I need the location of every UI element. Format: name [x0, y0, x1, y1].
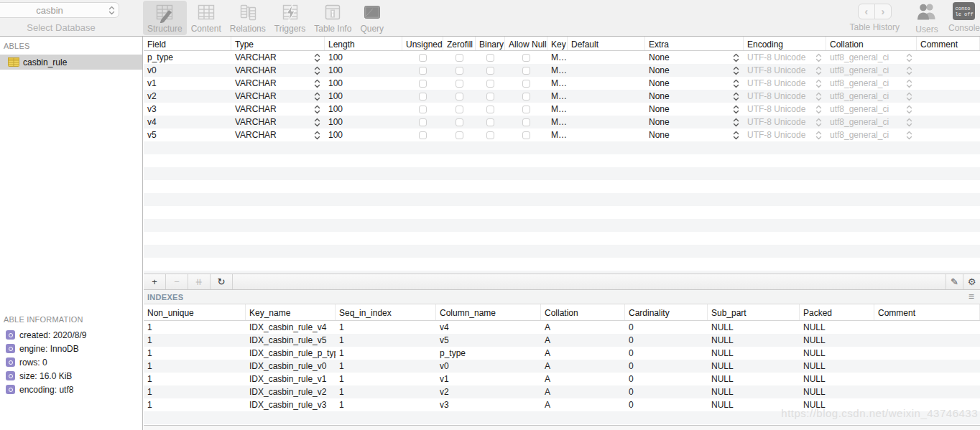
refresh-button[interactable]: ↻ [211, 274, 233, 289]
tab-content[interactable]: Content [187, 1, 226, 35]
field-default-cell[interactable] [568, 128, 645, 141]
field-binary-cell[interactable] [476, 128, 505, 141]
history-forward-button[interactable]: › [875, 4, 891, 19]
field-collation-cell[interactable]: utf8_general_ci [826, 128, 917, 141]
field-comment-cell[interactable] [917, 116, 980, 128]
field-row-v4[interactable]: v4VARCHAR100M…NoneUTF-8 Unicodeutf8_gene… [144, 116, 980, 128]
indexes-col-packed[interactable]: Packed [800, 304, 874, 320]
field-encoding-cell[interactable]: UTF-8 Unicode [744, 64, 826, 77]
field-length-cell[interactable]: 100 [325, 103, 402, 116]
fields-col-default[interactable]: Default [568, 37, 645, 50]
field-allow_null-cell[interactable] [505, 90, 547, 103]
field-collation-cell[interactable]: utf8_general_ci [826, 77, 917, 90]
field-extra-cell[interactable]: None [645, 103, 744, 116]
field-name-cell[interactable]: v2 [144, 90, 231, 103]
field-unsigned-cell[interactable] [402, 90, 443, 103]
field-allow_null-cell[interactable] [505, 51, 547, 64]
database-select[interactable]: casbin [0, 2, 119, 18]
field-encoding-cell[interactable]: UTF-8 Unicode [744, 90, 826, 103]
checkbox[interactable] [456, 93, 463, 101]
field-encoding-cell[interactable]: UTF-8 Unicode [744, 51, 826, 64]
field-extra-cell[interactable]: None [645, 116, 744, 128]
tab-query[interactable]: Query [356, 1, 388, 35]
checkbox[interactable] [486, 118, 494, 126]
checkbox[interactable] [522, 131, 530, 139]
tab-relations[interactable]: Relations [226, 1, 270, 35]
field-collation-cell[interactable]: utf8_general_ci [826, 51, 917, 64]
field-extra-cell[interactable]: None [645, 128, 744, 141]
checkbox[interactable] [486, 80, 494, 88]
checkbox[interactable] [456, 118, 463, 126]
field-row-v1[interactable]: v1VARCHAR100M…NoneUTF-8 Unicodeutf8_gene… [144, 77, 980, 90]
field-allow_null-cell[interactable] [505, 77, 547, 90]
remove-field-button[interactable]: − [166, 274, 188, 289]
field-default-cell[interactable] [568, 116, 645, 128]
checkbox[interactable] [486, 67, 494, 75]
index-row-IDX_casbin_rule_v4[interactable]: 1IDX_casbin_rule_v41v4A0NULLNULL [144, 321, 980, 334]
fields-col-unsigned[interactable]: Unsigned [402, 37, 443, 50]
tab-table-info[interactable]: Table Info [310, 1, 356, 35]
checkbox[interactable] [486, 131, 494, 139]
field-type-cell[interactable]: VARCHAR [231, 51, 325, 64]
tab-triggers[interactable]: Triggers [270, 1, 310, 35]
checkbox[interactable] [456, 131, 463, 139]
field-unsigned-cell[interactable] [402, 128, 443, 141]
fields-col-key[interactable]: Key [547, 37, 568, 50]
field-zerofill-cell[interactable] [443, 77, 476, 90]
field-unsigned-cell[interactable] [402, 64, 443, 77]
field-type-cell[interactable]: VARCHAR [231, 64, 325, 77]
field-zerofill-cell[interactable] [443, 64, 476, 77]
add-field-button[interactable]: + [144, 274, 166, 289]
field-allow_null-cell[interactable] [505, 103, 547, 116]
field-collation-cell[interactable]: utf8_general_ci [826, 90, 917, 103]
field-unsigned-cell[interactable] [402, 116, 443, 128]
field-encoding-cell[interactable]: UTF-8 Unicode [744, 77, 826, 90]
indexes-col-column_name[interactable]: Column_name [436, 304, 541, 320]
field-zerofill-cell[interactable] [443, 116, 476, 128]
field-row-v3[interactable]: v3VARCHAR100M…NoneUTF-8 Unicodeutf8_gene… [144, 103, 980, 116]
field-length-cell[interactable]: 100 [325, 90, 402, 103]
field-collation-cell[interactable]: utf8_general_ci [826, 116, 917, 128]
checkbox[interactable] [522, 93, 530, 101]
field-zerofill-cell[interactable] [443, 128, 476, 141]
field-encoding-cell[interactable]: UTF-8 Unicode [744, 128, 826, 141]
field-allow_null-cell[interactable] [505, 128, 547, 141]
indexes-col-cardinality[interactable]: Cardinality [625, 304, 708, 320]
field-allow_null-cell[interactable] [505, 116, 547, 128]
fields-col-extra[interactable]: Extra [645, 37, 744, 50]
field-length-cell[interactable]: 100 [325, 77, 402, 90]
field-default-cell[interactable] [568, 77, 645, 90]
history-back-button[interactable]: ‹ [859, 4, 875, 19]
field-row-v2[interactable]: v2VARCHAR100M…NoneUTF-8 Unicodeutf8_gene… [144, 90, 980, 103]
checkbox[interactable] [419, 118, 427, 126]
field-type-cell[interactable]: VARCHAR [231, 77, 325, 90]
checkbox[interactable] [522, 118, 530, 126]
checkbox[interactable] [522, 54, 530, 62]
checkbox[interactable] [419, 131, 427, 139]
field-name-cell[interactable]: v0 [144, 64, 231, 77]
field-name-cell[interactable]: v1 [144, 77, 231, 90]
field-type-cell[interactable]: VARCHAR [231, 90, 325, 103]
edit-button[interactable]: ✎ [946, 274, 963, 289]
field-name-cell[interactable]: v4 [144, 116, 231, 128]
indexes-menu-icon[interactable]: ≡ [969, 291, 974, 302]
checkbox[interactable] [456, 106, 463, 113]
console-group[interactable]: conso le off Console [948, 1, 980, 33]
field-extra-cell[interactable]: None [645, 77, 744, 90]
index-row-IDX_casbin_rule_p_type[interactable]: 1IDX_casbin_rule_p_type1p_typeA0NULLNULL [144, 347, 980, 360]
fields-col-field[interactable]: Field [144, 37, 231, 50]
checkbox[interactable] [522, 67, 530, 75]
field-unsigned-cell[interactable] [402, 103, 443, 116]
index-row-IDX_casbin_rule_v5[interactable]: 1IDX_casbin_rule_v51v5A0NULLNULL [144, 334, 980, 347]
checkbox[interactable] [486, 54, 494, 62]
field-extra-cell[interactable]: None [645, 51, 744, 64]
fields-col-type[interactable]: Type [231, 37, 325, 50]
field-binary-cell[interactable] [476, 103, 505, 116]
field-allow_null-cell[interactable] [505, 64, 547, 77]
field-default-cell[interactable] [568, 90, 645, 103]
checkbox[interactable] [419, 80, 427, 88]
field-unsigned-cell[interactable] [402, 77, 443, 90]
users-group[interactable]: Users [915, 1, 938, 34]
checkbox[interactable] [522, 80, 530, 88]
fields-col-allow-null[interactable]: Allow Null [505, 37, 547, 50]
